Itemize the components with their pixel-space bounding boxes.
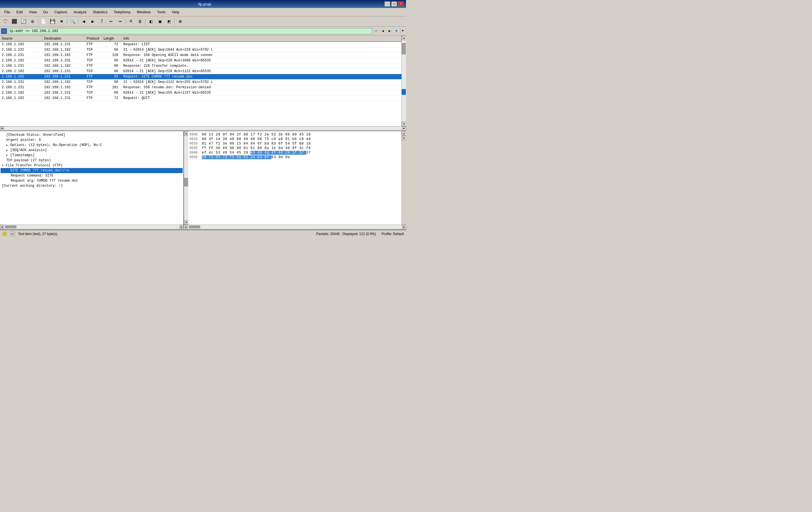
forward-icon[interactable]: ▶ xyxy=(88,18,97,25)
detail-scroll-track[interactable] xyxy=(184,136,188,220)
detail-scroll-up[interactable]: ▲ xyxy=(184,131,188,136)
col-header-source[interactable]: Source xyxy=(0,36,42,41)
table-row[interactable]: 2.168.1.231 192.168.1.182 FTP 101 Respon… xyxy=(0,85,402,90)
table-row[interactable]: 2.168.1.231 192.168.1.182 FTP 90 Respons… xyxy=(0,63,402,69)
detail-h-scroll-left[interactable]: ◀ xyxy=(0,225,4,229)
detail-line[interactable]: ▼ SITE CHMOD 777 resume.doc\r\n xyxy=(1,168,183,173)
jump-icon[interactable]: ⤴ xyxy=(97,18,106,25)
expand-icon[interactable]: ▶ xyxy=(6,153,10,157)
options-icon[interactable]: ⚙ xyxy=(28,18,37,25)
menu-item-statistics[interactable]: Statistics xyxy=(90,8,111,16)
packet-h-scrollbar[interactable]: ◀ ▶ xyxy=(0,126,406,130)
expand-icon[interactable]: ▼ xyxy=(2,164,6,167)
next-packet-icon[interactable]: ⤞ xyxy=(116,18,124,25)
find-icon[interactable]: 🔍 xyxy=(68,18,77,25)
colorize-icon[interactable]: ≡ xyxy=(127,18,135,25)
stop-icon[interactable]: ⬛ xyxy=(10,18,19,25)
menu-item-capture[interactable]: Capture xyxy=(51,8,70,16)
menu-item-help[interactable]: Help xyxy=(169,8,183,16)
zoom-in-icon[interactable]: ▣ xyxy=(156,18,164,25)
detail-line[interactable]: ▶ [SEQ/ACK analysis] xyxy=(1,148,183,153)
detail-scrollbar[interactable]: ▲ ▼ xyxy=(184,131,188,225)
detail-line[interactable]: ▶ [Timestamps] xyxy=(1,153,183,158)
hex-scrollbar[interactable]: ▲ ▼ xyxy=(402,131,406,225)
hex-h-scroll-thumb[interactable] xyxy=(189,225,200,228)
scroll-down-arrow[interactable]: ▼ xyxy=(402,122,406,126)
filter-next-button[interactable]: ▶ xyxy=(387,28,393,34)
expand-icon[interactable]: ▶ xyxy=(6,143,10,147)
prev-packet-icon[interactable]: ⤝ xyxy=(107,18,115,25)
scroll-thumb-right[interactable] xyxy=(402,89,406,95)
table-row[interactable]: 2.168.1.182 192.168.1.231 FTP 72 Request… xyxy=(0,95,402,101)
detail-h-scroll[interactable]: ◀ ▶ xyxy=(0,225,184,229)
close-file-icon[interactable]: ✖ xyxy=(57,18,66,25)
zoom-out-icon[interactable]: ◧ xyxy=(147,18,155,25)
table-row[interactable]: 2.168.1.182 192.168.1.231 TCP 66 62014 →… xyxy=(0,58,402,63)
scroll-track[interactable] xyxy=(402,40,406,122)
save-icon[interactable]: 💾 xyxy=(48,18,57,25)
hex-h-scroll-left[interactable]: ◀ xyxy=(184,225,188,229)
detail-line[interactable]: [Checksum Status: Unverified] xyxy=(1,132,183,138)
back-icon[interactable]: ◀ xyxy=(80,18,88,25)
detail-scroll-thumb[interactable] xyxy=(184,178,188,187)
scroll-thumb[interactable] xyxy=(402,43,406,54)
filter-clear-button[interactable]: ✕ xyxy=(373,28,379,34)
autoscroll-icon[interactable]: ≣ xyxy=(136,18,144,25)
table-row[interactable]: 2.168.1.182 192.168.1.231 TCP 66 62014 →… xyxy=(0,90,402,95)
filter-add-button[interactable]: + xyxy=(394,28,399,34)
filter-prev-button[interactable]: ◀ xyxy=(380,28,386,34)
hex-h-scroll[interactable]: ◀ ▶ xyxy=(184,225,406,229)
close-button[interactable]: ✕ xyxy=(398,1,404,6)
table-row[interactable]: 2.168.1.231 192.168.1.182 FTP 120 Respon… xyxy=(0,53,402,58)
table-row[interactable]: 2.168.1.182 192.168.1.231 FTP 72 Request… xyxy=(0,41,402,47)
menu-item-view[interactable]: View xyxy=(26,8,40,16)
detail-line[interactable]: [Current working directory: /] xyxy=(1,183,183,189)
detail-scroll-down[interactable]: ▼ xyxy=(184,220,188,225)
window-controls[interactable]: − ❐ ✕ xyxy=(384,1,404,6)
detail-h-scroll-thumb[interactable] xyxy=(5,225,17,228)
menu-item-analyze[interactable]: Analyze xyxy=(70,8,90,16)
filter-bookmark-icon[interactable]: 🔖 xyxy=(1,28,7,34)
menu-item-file[interactable]: File xyxy=(1,8,13,16)
col-header-length[interactable]: Length xyxy=(102,36,122,41)
hex-h-scroll-right[interactable]: ▶ xyxy=(402,225,406,229)
minimize-button[interactable]: − xyxy=(384,1,390,6)
detail-line[interactable]: ▼ File Transfer Protocol (FTP) xyxy=(1,163,183,168)
col-header-info[interactable]: Info xyxy=(122,36,402,41)
hex-scroll-up[interactable]: ▲ xyxy=(402,131,406,136)
expand-icon[interactable]: ▼ xyxy=(6,169,10,172)
h-scroll-track[interactable] xyxy=(4,127,402,130)
expand-icon[interactable]: ▶ xyxy=(6,148,10,152)
detail-line[interactable]: ▶ Options: (12 bytes), No-Operation (NOP… xyxy=(1,143,183,148)
menu-item-tools[interactable]: Tools xyxy=(154,8,169,16)
col-header-proto[interactable]: Protocol xyxy=(85,36,102,41)
restore-button[interactable]: ❐ xyxy=(391,1,397,6)
detail-line[interactable]: Urgent pointer: 0 xyxy=(1,138,183,143)
filter-input[interactable] xyxy=(8,28,372,34)
menu-item-edit[interactable]: Edit xyxy=(13,8,26,16)
detail-line[interactable]: Request command: SITE xyxy=(1,173,183,178)
table-row[interactable]: 2.168.1.182 192.168.1.231 FTP 93 Request… xyxy=(0,74,402,80)
table-row[interactable]: 2.168.1.231 192.168.1.182 TCP 66 21 → 62… xyxy=(0,80,402,85)
table-row[interactable]: 2.168.1.182 192.168.1.231 TCP 66 62014 →… xyxy=(0,69,402,74)
col-header-dest[interactable]: Destination xyxy=(42,36,85,41)
detail-line[interactable]: TCP payload (27 bytes) xyxy=(1,158,183,163)
detail-line[interactable]: Request arg: CHMOD 777 resume.doc xyxy=(1,178,183,183)
open-file-icon[interactable]: 📄 xyxy=(39,18,48,25)
packet-scrollbar[interactable]: ▲ ▼ xyxy=(402,36,406,126)
normal-size-icon[interactable]: ◩ xyxy=(165,18,173,25)
menu-item-telephony[interactable]: Telephony xyxy=(111,8,134,16)
edit-icon[interactable]: ✏ xyxy=(10,232,15,236)
restart-icon[interactable]: 🔄 xyxy=(19,18,28,25)
menu-item-go[interactable]: Go xyxy=(40,8,51,16)
filter-dropdown-button[interactable]: ▼ xyxy=(400,28,405,34)
resize-columns-icon[interactable]: ⊞ xyxy=(176,18,184,25)
menu-item-wireless[interactable]: Wireless xyxy=(134,8,154,16)
h-scroll-left[interactable]: ◀ xyxy=(0,126,4,131)
hex-scroll-down[interactable]: ▼ xyxy=(402,136,406,140)
detail-h-scroll-right[interactable]: ▶ xyxy=(179,225,183,229)
shark-icon[interactable]: 🦈 xyxy=(1,18,10,25)
scroll-up-arrow[interactable]: ▲ xyxy=(402,36,406,40)
table-row[interactable]: 2.168.1.231 192.168.1.182 TCP 66 21 → 62… xyxy=(0,47,402,53)
bottom-h-scrollbar[interactable]: ◀ ▶ ◀ ▶ xyxy=(0,225,406,229)
